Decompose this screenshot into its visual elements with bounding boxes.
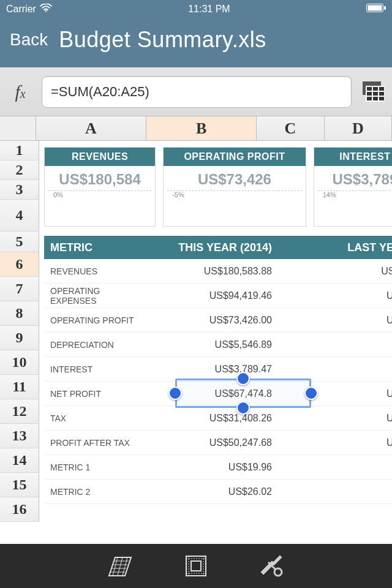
wifi-icon [40, 4, 52, 15]
row-header-10[interactable]: 10 [0, 350, 39, 375]
svg-line-15 [113, 557, 118, 576]
battery-icon [366, 4, 386, 15]
formula-input[interactable] [42, 76, 352, 108]
templates-button[interactable] [107, 552, 134, 579]
table-header-row: METRIC THIS YEAR (2014) LAST YEAR ( [44, 236, 392, 259]
cell-this-year: US$73,426.00 [145, 315, 278, 326]
data-table: METRIC THIS YEAR (2014) LAST YEAR ( REVE… [44, 236, 392, 504]
table-row[interactable]: TAXUS$31,408.26US$29 [44, 406, 392, 431]
row-header-11[interactable]: 11 [0, 375, 39, 399]
summary-cards-row: REVENUES US$180,584 0% OPERATING PROFIT … [44, 147, 392, 227]
row-header-5[interactable]: 5 [0, 232, 39, 252]
card-interest[interactable]: INTEREST US$3,789 14% [314, 147, 392, 227]
nav-header: Back Budget Summary.xls [0, 18, 392, 67]
cell-this-year: US$3,789.47 [145, 364, 278, 375]
cell-last-year: US [287, 486, 392, 497]
card-sub: -5% [167, 190, 302, 198]
card-sub: 0% [48, 190, 151, 198]
cell-metric: REVENUES [44, 266, 145, 276]
card-sub: 14% [318, 190, 392, 198]
bottom-toolbar [0, 544, 392, 588]
card-revenues[interactable]: REVENUES US$180,584 0% [44, 147, 156, 227]
card-title: INTEREST [314, 148, 392, 166]
cell-metric: OPERATING PROFIT [44, 315, 145, 325]
svg-rect-18 [186, 556, 206, 576]
cell-metric: INTEREST [44, 364, 145, 374]
select-all-corner[interactable] [0, 116, 36, 140]
cell-this-year: US$26.02 [145, 486, 278, 497]
svg-line-16 [118, 557, 123, 576]
row-header-6[interactable]: 6 [0, 252, 39, 277]
column-header-B[interactable]: B [146, 116, 257, 140]
cell-metric: TAX [44, 413, 145, 423]
row-header-15[interactable]: 15 [0, 473, 39, 497]
row-header-3[interactable]: 3 [0, 180, 39, 200]
cell-last-year: US$180 [287, 266, 392, 277]
table-row[interactable]: OPERATING EXPENSESUS$94,419.46US$80 [44, 284, 392, 308]
selection-handle-top[interactable] [236, 372, 250, 385]
row-header-13[interactable]: 13 [0, 424, 39, 448]
card-value: US$3,789 [314, 166, 392, 189]
card-operating-profit[interactable]: OPERATING PROFIT US$73,426 -5% [163, 147, 306, 227]
layout-button[interactable] [183, 552, 209, 579]
table-row[interactable]: PROFIT AFTER TAXUS$50,247.68US$42 [44, 431, 392, 455]
page-title: Budget Summary.xls [59, 27, 266, 53]
back-button[interactable]: Back [10, 30, 48, 50]
column-header-D[interactable]: D [325, 116, 392, 140]
table-row[interactable]: METRIC 1US$19.96US [44, 455, 392, 480]
formula-bar: fx [0, 67, 392, 116]
column-header-row: A B C D [0, 116, 392, 141]
cell-selection[interactable] [175, 379, 311, 408]
row-header-7[interactable]: 7 [0, 277, 39, 301]
table-row[interactable]: METRIC 2US$26.02US [44, 480, 392, 504]
cell-this-year: US$50,247.68 [145, 437, 278, 448]
selection-handle-right[interactable] [304, 386, 318, 400]
sheet-content[interactable]: REVENUES US$180,584 0% OPERATING PROFIT … [39, 141, 392, 544]
selection-handle-left[interactable] [168, 386, 182, 400]
card-value: US$180,584 [45, 166, 155, 189]
cell-this-year: US$94,419.46 [145, 290, 278, 301]
cell-this-year: US$19.96 [145, 462, 278, 473]
cell-last-year: US [287, 462, 392, 473]
col-metric-header: METRIC [44, 241, 145, 254]
sheet-menu-button[interactable] [359, 78, 386, 105]
table-row[interactable]: INTERESTUS$3,789.47US$3 [44, 357, 392, 382]
clock-label: 11:31 PM [188, 4, 230, 15]
table-row[interactable]: REVENUESUS$180,583.88US$180 [44, 259, 392, 284]
row-header-12[interactable]: 12 [0, 399, 39, 424]
cell-this-year: US$5,546.89 [145, 339, 278, 350]
row-header-8[interactable]: 8 [0, 301, 39, 326]
card-value: US$73,426 [164, 166, 306, 189]
card-title: OPERATING PROFIT [164, 148, 306, 166]
row-header-14[interactable]: 14 [0, 448, 39, 473]
column-header-A[interactable]: A [36, 116, 146, 140]
col-last-year-header: LAST YEAR ( [287, 241, 392, 254]
row-header-1[interactable]: 1 [0, 141, 39, 160]
status-bar: Carrier 11:31 PM [0, 0, 392, 18]
column-header-C[interactable]: C [257, 116, 324, 140]
row-header-4[interactable]: 4 [0, 200, 39, 232]
table-row[interactable]: OPERATING PROFITUS$73,426.00US$77 [44, 308, 392, 333]
cell-last-year: US$42 [287, 437, 392, 448]
cell-last-year: US$5 [287, 339, 392, 350]
svg-line-17 [123, 557, 127, 576]
row-header-16[interactable]: 16 [0, 497, 39, 522]
table-row[interactable]: DEPRECIATIONUS$5,546.89US$5 [44, 333, 392, 357]
svg-rect-19 [191, 561, 201, 571]
tools-button[interactable] [258, 552, 285, 579]
cell-this-year: US$31,408.26 [145, 413, 278, 424]
cell-last-year: US$80 [287, 290, 392, 301]
grid-area[interactable]: 12345678910111213141516 REVENUES US$180,… [0, 141, 392, 544]
cell-metric: OPERATING EXPENSES [44, 286, 145, 306]
row-header-2[interactable]: 2 [0, 160, 39, 180]
cell-last-year: US$29 [287, 413, 392, 424]
fx-icon: fx [6, 81, 34, 102]
row-header-9[interactable]: 9 [0, 326, 39, 350]
selection-handle-bottom[interactable] [236, 401, 250, 415]
cell-last-year: US$3 [287, 364, 392, 375]
carrier-label: Carrier [6, 4, 36, 15]
card-title: REVENUES [45, 148, 155, 166]
cell-metric: PROFIT AFTER TAX [44, 438, 145, 448]
svg-rect-2 [368, 6, 382, 11]
cell-metric: METRIC 2 [44, 487, 145, 497]
